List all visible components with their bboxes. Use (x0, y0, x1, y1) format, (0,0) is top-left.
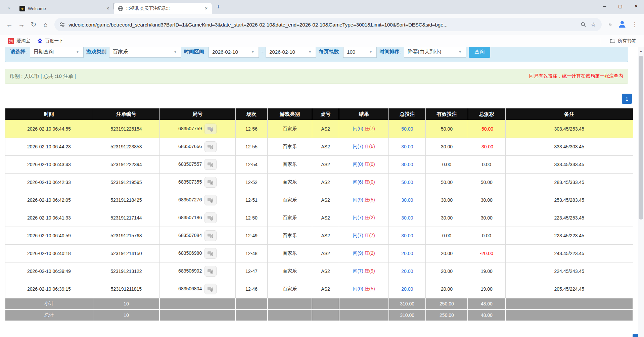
result-player: 闲(6) (353, 126, 363, 131)
chevron-down-icon: ▼ (170, 50, 181, 54)
sort-select[interactable]: 降幂(由大到小) ▼ (404, 47, 466, 58)
zoom-search-icon[interactable] (580, 21, 586, 28)
cell-remark: 303.45/253.45 (505, 120, 633, 138)
round-id-text: 683507666 (178, 144, 202, 149)
scroll-up-icon[interactable]: ▲ (638, 47, 644, 55)
range-separator: ~ (259, 49, 266, 55)
profile-avatar[interactable] (617, 19, 627, 30)
total-bet-link[interactable]: 30.00 (401, 233, 413, 238)
total-bet-link[interactable]: 20.00 (401, 269, 413, 274)
url-text[interactable]: videoie.com/game/betrecord_search/kind3?… (68, 22, 577, 28)
cell-total-bet: 20.00 (389, 245, 426, 262)
tab-close-icon[interactable]: ✕ (203, 5, 209, 11)
tab-title: :::视讯 会员下注纪录::: (126, 5, 200, 11)
search-button[interactable]: 查询 (469, 47, 490, 58)
welcome-favicon: ◆ (19, 6, 25, 11)
chevron-down-icon: ▼ (365, 50, 376, 54)
result-banker: 庄(5) (365, 197, 375, 202)
result-banker: 庄(2) (365, 250, 375, 256)
all-bookmarks-button[interactable]: 所有书签 (606, 37, 639, 45)
tab-close-icon[interactable]: ✕ (105, 5, 111, 11)
total-bet-link[interactable]: 50.00 (401, 126, 413, 132)
bookmark-baidu[interactable]: 百度一下 (34, 37, 67, 45)
cell-payout: -50.00 (468, 120, 505, 138)
browser-menu-icon[interactable]: ⋮ (629, 18, 641, 31)
cell-remark: 283.45/333.45 (505, 174, 633, 191)
video-replay-button[interactable] (204, 212, 217, 223)
cell-time: 2026-02-10 06:43:43 (5, 156, 93, 174)
notice-text: 同局有效投注，统一计算在该局第一张注单内 (529, 73, 623, 79)
cell-result: 闲(9) 庄(2) (339, 245, 389, 262)
video-camera-icon (207, 144, 214, 150)
video-replay-button[interactable] (204, 230, 217, 241)
forward-icon[interactable]: → (15, 18, 28, 31)
query-type-value: 日期查询 (34, 49, 54, 55)
bet-table: 时间注单编号局号场次游戏类别桌号结果总投注有效投注总派彩备注 2026-02-1… (5, 108, 633, 321)
video-replay-button[interactable] (204, 177, 217, 188)
tab-bet-record[interactable]: :::视讯 会员下注纪录::: ✕ (114, 3, 212, 14)
total-bet-link[interactable]: 20.00 (401, 286, 413, 292)
video-camera-icon (207, 233, 214, 239)
vertical-scrollbar[interactable]: ▲ (638, 47, 644, 337)
cell-bet-id: 523191215768 (93, 227, 159, 245)
game-category-select[interactable]: 百家乐 ▼ (109, 47, 181, 58)
result-banker: 庄(6) (365, 144, 375, 149)
table-row: 2026-02-10 06:39:49523191213122683506902… (5, 262, 633, 280)
cell-total-bet: 30.00 (389, 227, 426, 245)
cell-table-no: AS2 (312, 138, 339, 156)
media-control-icon[interactable] (606, 21, 614, 28)
site-info-tune-icon[interactable] (59, 21, 65, 28)
cell-result: 闲(7) 庄(2) (339, 209, 389, 227)
total-bet-link[interactable]: 30.00 (401, 144, 413, 149)
new-tab-icon[interactable]: + (213, 2, 223, 12)
back-icon[interactable]: ← (3, 18, 15, 31)
cell-session: 12-51 (235, 191, 267, 209)
total-bet-link[interactable]: 20.00 (401, 251, 413, 256)
date-end-select[interactable]: 2026-02-10 ▼ (266, 47, 316, 58)
close-icon[interactable]: ✕ (628, 0, 644, 12)
cell-payout: -30.00 (468, 138, 505, 156)
video-replay-button[interactable] (204, 195, 217, 205)
subtotal-row-empty (268, 298, 312, 309)
video-replay-button[interactable] (204, 266, 217, 277)
total-bet-link[interactable]: 30.00 (401, 215, 413, 221)
result-player: 闲(0) (353, 286, 363, 291)
reload-icon[interactable]: ↻ (28, 18, 40, 31)
total-bet-link[interactable]: 30.00 (401, 197, 413, 203)
tab-welcome[interactable]: ◆ Welcome ✕ (15, 3, 113, 14)
home-icon[interactable]: ⌂ (40, 18, 52, 31)
per-page-label: 每页笔数: (316, 49, 343, 55)
url-bar[interactable]: videoie.com/game/betrecord_search/kind3?… (54, 18, 602, 31)
table-row: 2026-02-10 06:44:55523191225154683507759… (5, 120, 633, 138)
minimize-icon[interactable]: ─ (597, 0, 612, 12)
video-replay-button[interactable] (204, 284, 217, 294)
cell-table-no: AS2 (312, 120, 339, 138)
video-replay-button[interactable] (204, 141, 217, 152)
total-row-empty (312, 309, 339, 321)
table-row: 2026-02-10 06:43:43523191222394683507557… (5, 156, 633, 174)
subtotal-row-empty (312, 298, 339, 309)
video-replay-button[interactable] (204, 124, 217, 134)
per-page-select[interactable]: 100 ▼ (343, 47, 377, 58)
total-row-empty (159, 309, 235, 321)
bookmark-taobao[interactable]: 淘 爱淘宝 (5, 37, 34, 45)
cell-round-id: 683506902 (159, 262, 235, 280)
query-type-select[interactable]: 日期查询 ▼ (30, 47, 84, 58)
subtotal-row: 小计10310.00250.0048.00 (5, 298, 633, 309)
bookmark-star-icon[interactable]: ☆ (590, 21, 597, 28)
result-banker: 庄(5) (365, 286, 375, 291)
video-replay-button[interactable] (204, 159, 217, 170)
page-1-button[interactable]: 1 (622, 94, 632, 104)
maximize-icon[interactable]: ▢ (612, 0, 628, 12)
cell-bet-id: 523191219595 (93, 174, 159, 191)
select-label: 请选择: (8, 49, 30, 55)
tab-search-icon[interactable]: ⌄ (4, 2, 14, 12)
scrollbar-thumb[interactable] (639, 56, 643, 220)
date-start-select[interactable]: 2026-02-10 ▼ (209, 47, 259, 58)
total-bet-link[interactable]: 50.00 (401, 180, 413, 185)
video-replay-button[interactable] (204, 248, 217, 259)
total-bet-link[interactable]: 30.00 (401, 162, 413, 167)
cell-session: 12-52 (235, 174, 267, 191)
bet-table-header: 时间注单编号局号场次游戏类别桌号结果总投注有效投注总派彩备注 (5, 108, 633, 120)
time-range-label: 时间区间: (181, 49, 209, 55)
